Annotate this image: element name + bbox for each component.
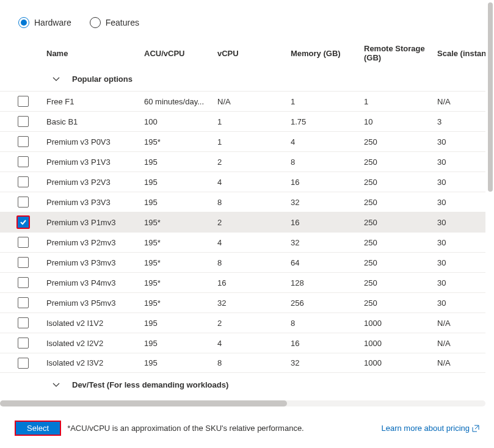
cell-name: Premium v3 P2V3 <box>46 178 144 187</box>
row-checkbox[interactable] <box>18 257 29 268</box>
row-checkbox[interactable] <box>18 338 29 349</box>
col-name-header[interactable]: Name <box>46 49 144 58</box>
table-row[interactable]: Basic B110011.75103 <box>0 111 485 131</box>
row-checkbox[interactable] <box>18 156 29 167</box>
cell-name: Basic B1 <box>46 117 144 126</box>
cell-acu: 195 <box>144 358 217 367</box>
cell-acu: 195 <box>144 198 217 207</box>
cell-scale: 3 <box>437 117 485 126</box>
table-row[interactable]: Isolated v2 I1V2195281000N/A <box>0 313 485 333</box>
check-icon <box>20 219 27 226</box>
col-vcpu-header[interactable]: vCPU <box>217 49 291 58</box>
cell-memory: 16 <box>291 178 364 187</box>
table-row[interactable]: Premium v3 P3V319583225030 <box>0 192 485 212</box>
cell-scale: N/A <box>437 339 485 348</box>
table-row[interactable]: Premium v3 P0V3195*1425030 <box>0 131 485 151</box>
group-popular-label: Popular options <box>72 74 133 84</box>
row-checkbox[interactable] <box>18 317 29 328</box>
cell-name: Free F1 <box>46 97 144 106</box>
table-row[interactable]: Free F160 minutes/day...N/A11N/A <box>0 91 485 111</box>
cell-name: Premium v3 P0V3 <box>46 137 144 146</box>
cell-scale: 30 <box>437 137 485 146</box>
cell-scale: 30 <box>437 218 485 227</box>
row-checkbox[interactable] <box>18 116 29 127</box>
radio-icon <box>18 17 29 28</box>
table-header: Name ACU/vCPU vCPU Memory (GB) Remote St… <box>0 39 485 67</box>
cell-memory: 16 <box>291 339 364 348</box>
table-row[interactable]: Premium v3 P1mv3195*21625030 <box>0 212 485 232</box>
group-devtest-label: Dev/Test (For less demanding workloads) <box>72 380 228 389</box>
cell-scale: 30 <box>437 178 485 187</box>
footnote-text: *ACU/vCPU is an approximation of the SKU… <box>67 424 304 433</box>
table-row[interactable]: Premium v3 P2mv3195*43225030 <box>0 232 485 252</box>
col-acu-header[interactable]: ACU/vCPU <box>144 49 217 58</box>
row-checkbox[interactable] <box>18 277 29 288</box>
radio-icon <box>90 17 101 28</box>
cell-scale: N/A <box>437 358 485 367</box>
group-devtest[interactable]: Dev/Test (For less demanding workloads) <box>0 373 485 397</box>
vertical-scrollbar[interactable] <box>488 2 493 192</box>
cell-name: Isolated v2 I1V2 <box>46 319 144 328</box>
cell-storage: 1000 <box>364 358 437 367</box>
cell-vcpu: 4 <box>217 238 291 247</box>
cell-memory: 32 <box>291 198 364 207</box>
hardware-tab[interactable]: Hardware <box>18 17 71 28</box>
cell-acu: 195* <box>144 278 217 287</box>
table-row[interactable]: Premium v3 P5mv3195*3225625030 <box>0 292 485 313</box>
cell-memory: 256 <box>291 298 364 308</box>
row-checkbox[interactable] <box>18 297 29 308</box>
cell-storage: 1 <box>364 97 437 106</box>
col-storage-header[interactable]: Remote Storage (GB) <box>364 44 437 62</box>
horizontal-scrollbar[interactable] <box>0 400 485 406</box>
cell-storage: 250 <box>364 298 437 308</box>
cell-name: Isolated v2 I3V2 <box>46 358 144 367</box>
table-row[interactable]: Premium v3 P4mv3195*1612825030 <box>0 272 485 292</box>
cell-scale: 30 <box>437 258 485 267</box>
scrollbar-thumb[interactable] <box>0 400 287 406</box>
group-popular[interactable]: Popular options <box>0 67 485 91</box>
table-row[interactable]: Premium v3 P3mv3195*86425030 <box>0 252 485 272</box>
row-checkbox[interactable] <box>18 197 29 208</box>
cell-acu: 195* <box>144 137 217 146</box>
cell-memory: 1.75 <box>291 117 364 126</box>
cell-vcpu: 8 <box>217 258 291 267</box>
external-link-icon <box>472 425 479 432</box>
row-checkbox[interactable] <box>18 136 29 147</box>
cell-vcpu: 16 <box>217 278 291 287</box>
features-tab[interactable]: Features <box>90 17 139 28</box>
col-memory-header[interactable]: Memory (GB) <box>291 49 364 58</box>
cell-name: Premium v3 P3mv3 <box>46 258 144 267</box>
cell-name: Premium v3 P3V3 <box>46 198 144 207</box>
row-checkbox[interactable] <box>18 176 29 187</box>
cell-storage: 250 <box>364 218 437 227</box>
cell-acu: 195 <box>144 157 217 167</box>
cell-scale: 30 <box>437 157 485 167</box>
cell-vcpu: 4 <box>217 178 291 187</box>
footer: Select *ACU/vCPU is an approximation of … <box>0 421 485 436</box>
cell-vcpu: 1 <box>217 137 291 146</box>
col-scale-header[interactable]: Scale (instan <box>437 49 485 58</box>
learn-more-link[interactable]: Learn more about pricing <box>381 424 479 433</box>
cell-vcpu: N/A <box>217 97 291 106</box>
cell-vcpu: 2 <box>217 157 291 167</box>
table-row[interactable]: Premium v3 P1V31952825030 <box>0 151 485 172</box>
cell-memory: 1 <box>291 97 364 106</box>
row-checkbox[interactable] <box>16 215 30 229</box>
cell-name: Premium v3 P1mv3 <box>46 218 144 227</box>
row-checkbox[interactable] <box>18 96 29 107</box>
cell-memory: 32 <box>291 238 364 247</box>
table-row[interactable]: Premium v3 P2V319541625030 <box>0 172 485 192</box>
cell-vcpu: 2 <box>217 218 291 227</box>
select-button[interactable]: Select <box>15 421 61 436</box>
cell-acu: 195* <box>144 298 217 308</box>
table-row[interactable]: Isolated v2 I3V21958321000N/A <box>0 353 485 373</box>
row-checkbox[interactable] <box>18 358 29 369</box>
cell-vcpu: 2 <box>217 319 291 328</box>
cell-name: Isolated v2 I2V2 <box>46 339 144 348</box>
cell-scale: N/A <box>437 319 485 328</box>
chevron-down-icon <box>53 76 60 83</box>
row-checkbox[interactable] <box>18 237 29 248</box>
cell-vcpu: 8 <box>217 358 291 367</box>
table-row[interactable]: Isolated v2 I2V21954161000N/A <box>0 333 485 353</box>
cell-storage: 250 <box>364 278 437 287</box>
